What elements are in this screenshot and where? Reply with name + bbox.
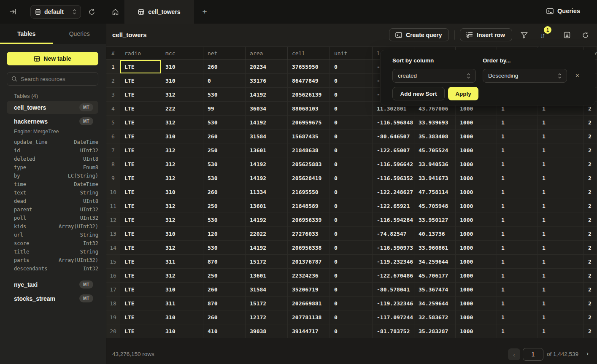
- table-cell[interactable]: LTE: [120, 102, 161, 115]
- filter-icon[interactable]: [519, 30, 529, 40]
- table-cell[interactable]: 27276033: [288, 227, 330, 240]
- table-cell[interactable]: 2: [584, 185, 597, 199]
- row-number[interactable]: 20: [106, 324, 120, 338]
- table-cell[interactable]: 0: [330, 157, 373, 171]
- table-cell[interactable]: 0: [330, 255, 373, 268]
- table-cell[interactable]: 1: [497, 283, 538, 296]
- row-number[interactable]: 5: [106, 116, 120, 129]
- table-cell[interactable]: 33.950127: [414, 213, 456, 226]
- table-cell[interactable]: 205626139: [288, 88, 330, 101]
- table-cell[interactable]: 1000: [456, 129, 497, 143]
- refresh-icon[interactable]: [580, 30, 590, 40]
- table-cell[interactable]: 2: [584, 297, 597, 310]
- table-cell[interactable]: 1000: [456, 199, 497, 213]
- table-cell[interactable]: LTE: [120, 213, 161, 226]
- table-cell[interactable]: LTE: [120, 255, 161, 268]
- table-cell[interactable]: 14192: [246, 171, 288, 185]
- table-cell[interactable]: 0: [330, 60, 373, 73]
- table-cell[interactable]: 1: [538, 157, 584, 171]
- row-number[interactable]: 15: [106, 255, 120, 268]
- table-cell[interactable]: 312: [161, 213, 203, 226]
- reload-databases-icon[interactable]: [87, 7, 96, 16]
- table-cell[interactable]: 0: [203, 74, 246, 87]
- table-cell[interactable]: -119.232346: [373, 255, 414, 268]
- table-cell[interactable]: 312: [161, 269, 203, 282]
- table-cell[interactable]: 1000: [456, 324, 497, 338]
- table-cell[interactable]: 1000: [456, 283, 497, 296]
- table-cell[interactable]: 0: [330, 310, 373, 324]
- table-cell[interactable]: LTE: [120, 199, 161, 213]
- table-cell[interactable]: 45.705948: [414, 199, 456, 213]
- table-cell[interactable]: 1: [497, 227, 538, 240]
- table-cell[interactable]: 0: [330, 129, 373, 143]
- table-cell[interactable]: LTE: [120, 74, 161, 87]
- table-cell[interactable]: LTE: [120, 185, 161, 199]
- download-icon[interactable]: [562, 30, 572, 40]
- table-cell[interactable]: 0: [330, 171, 373, 185]
- table-cell[interactable]: 1: [497, 129, 538, 143]
- table-cell[interactable]: 0: [330, 102, 373, 115]
- table-cell[interactable]: 206959675: [288, 116, 330, 129]
- sidebar-tab-tables[interactable]: Tables: [0, 24, 53, 44]
- table-cell[interactable]: 35.283287: [414, 324, 456, 338]
- table-cell[interactable]: 0: [330, 241, 373, 254]
- table-cell[interactable]: 88068103: [288, 102, 330, 115]
- table-cell[interactable]: -122.65921: [373, 199, 414, 213]
- table-cell[interactable]: -116.596352: [373, 171, 414, 185]
- table-cell[interactable]: 2: [584, 310, 597, 324]
- table-cell[interactable]: LTE: [120, 269, 161, 282]
- prev-page-button[interactable]: ‹: [508, 348, 520, 360]
- table-cell[interactable]: 1: [497, 171, 538, 185]
- new-table-button[interactable]: New table: [7, 52, 98, 65]
- table-cell[interactable]: 2: [584, 255, 597, 268]
- table-cell[interactable]: 1: [538, 116, 584, 129]
- table-cell[interactable]: 1: [538, 143, 584, 157]
- table-cell[interactable]: 2: [584, 324, 597, 338]
- table-cell[interactable]: 45.705524: [414, 143, 456, 157]
- table-cell[interactable]: 1: [497, 213, 538, 226]
- database-selector[interactable]: default: [30, 5, 81, 19]
- table-cell[interactable]: 310: [161, 310, 203, 324]
- table-cell[interactable]: 14192: [246, 88, 288, 101]
- table-cell[interactable]: 2: [584, 227, 597, 240]
- row-number[interactable]: 14: [106, 241, 120, 254]
- table-cell[interactable]: 0: [330, 324, 373, 338]
- table-cell[interactable]: 311: [161, 297, 203, 310]
- table-cell[interactable]: 1000: [456, 310, 497, 324]
- table-cell[interactable]: 2: [584, 143, 597, 157]
- sidebar-item-cell-towers[interactable]: cell_towers MT: [7, 101, 98, 114]
- column-header[interactable]: cell: [288, 47, 330, 59]
- table-cell[interactable]: 22022: [246, 227, 288, 240]
- table-cell[interactable]: 21848638: [288, 143, 330, 157]
- table-cell[interactable]: 1: [538, 185, 584, 199]
- table-cell[interactable]: 1: [497, 143, 538, 157]
- table-cell[interactable]: 2: [584, 171, 597, 185]
- row-number[interactable]: 18: [106, 297, 120, 310]
- row-number[interactable]: 19: [106, 310, 120, 324]
- table-cell[interactable]: 312: [161, 171, 203, 185]
- table-cell[interactable]: -81.783752: [373, 324, 414, 338]
- table-cell[interactable]: 205625883: [288, 157, 330, 171]
- table-cell[interactable]: 37655950: [288, 60, 330, 73]
- table-cell[interactable]: 1: [497, 185, 538, 199]
- collapse-sidebar-icon[interactable]: [8, 7, 19, 16]
- table-cell[interactable]: 15687435: [288, 129, 330, 143]
- table-cell[interactable]: 33.960861: [414, 241, 456, 254]
- sidebar-item-hackernews[interactable]: hackernews MT: [7, 115, 98, 128]
- table-cell[interactable]: -80.646507: [373, 129, 414, 143]
- table-cell[interactable]: 205628419: [288, 171, 330, 185]
- table-cell[interactable]: 260: [203, 129, 246, 143]
- table-cell[interactable]: -80.578041: [373, 283, 414, 296]
- table-cell[interactable]: 1000: [456, 269, 497, 282]
- table-cell[interactable]: 530: [203, 88, 246, 101]
- table-cell[interactable]: 14192: [246, 241, 288, 254]
- table-cell[interactable]: 14192: [246, 213, 288, 226]
- create-query-button[interactable]: Create query: [389, 28, 449, 41]
- sidebar-item-stocks-stream[interactable]: stocks_stream MT: [7, 292, 98, 305]
- table-cell[interactable]: 39038: [246, 324, 288, 338]
- remove-sort-icon[interactable]: ×: [575, 72, 579, 79]
- table-cell[interactable]: 250: [203, 269, 246, 282]
- table-cell[interactable]: 870: [203, 255, 246, 268]
- add-new-sort-button[interactable]: Add new Sort: [392, 87, 445, 100]
- table-cell[interactable]: 1: [497, 241, 538, 254]
